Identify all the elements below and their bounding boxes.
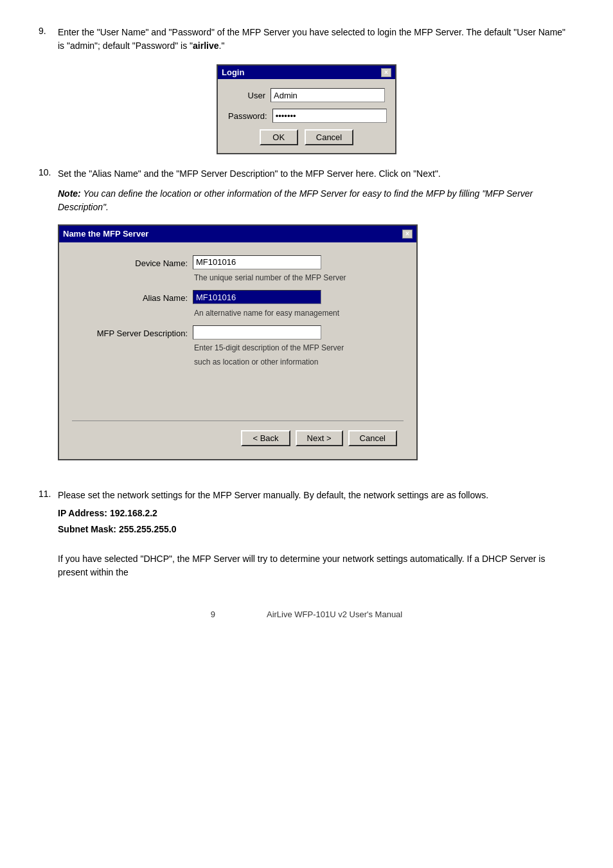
mfp-titlebar: Name the MFP Server × [59, 226, 416, 242]
step-11: 11. Please set the network settings for … [39, 489, 574, 584]
alias-name-label: Alias Name: [72, 290, 188, 305]
back-button[interactable]: < Back [241, 430, 290, 446]
login-buttons: OK Cancel [228, 129, 385, 145]
login-user-row: User [228, 88, 385, 102]
description-hint1: Enter 15-digit description of the MFP Se… [194, 342, 404, 354]
subnet-mask-line: Subnet Mask: 255.255.255.0 [58, 523, 574, 536]
device-name-label: Device Name: [72, 255, 188, 270]
device-name-input[interactable] [193, 255, 321, 269]
step-11-number: 11. [39, 489, 58, 584]
note-block: Note: You can define the location or oth… [58, 187, 574, 214]
login-dialog-body: User Password: OK Cancel [218, 79, 395, 153]
step-10-text: Set the "Alias Name" and the "MFP Server… [58, 168, 441, 179]
step-10-content: Set the "Alias Name" and the "MFP Server… [58, 167, 574, 473]
device-name-hint: The unique serial number of the MFP Serv… [194, 272, 404, 284]
mfp-dialog-body: Device Name: The unique serial number of… [59, 242, 416, 460]
page-number: 9 [211, 610, 215, 619]
mfp-close-button[interactable]: × [402, 230, 413, 239]
login-dialog: Login × User Password: OK Cancel [217, 64, 396, 154]
login-cancel-button[interactable]: Cancel [305, 129, 353, 145]
note-label: Note: [58, 188, 81, 199]
step-10: 10. Set the "Alias Name" and the "MFP Se… [39, 167, 574, 473]
mfp-cancel-button[interactable]: Cancel [348, 430, 397, 446]
next-button[interactable]: Next > [296, 430, 343, 446]
login-password-input[interactable] [272, 109, 387, 123]
login-close-button[interactable]: × [381, 68, 391, 77]
login-titlebar: Login × [218, 66, 395, 79]
step-9-content: Enter the "User Name" and "Password" of … [58, 26, 574, 53]
description-hint2: such as location or other information [194, 356, 404, 368]
mfp-dialog-wrapper: Name the MFP Server × Device Name: The u… [58, 224, 574, 460]
step-11-text: Please set the network settings for the … [58, 489, 574, 503]
description-label: MFP Server Description: [72, 325, 188, 340]
alias-name-input[interactable] [193, 290, 321, 304]
alias-name-hint: An alternative name for easy management [194, 307, 404, 319]
step-9-bold: airlive [193, 41, 218, 51]
ip-address-line: IP Address: 192.168.2.2 [58, 507, 574, 520]
section11-para1: If you have selected "DHCP", the MFP Ser… [58, 552, 574, 580]
note-text: You can define the location or other inf… [58, 188, 533, 212]
mfp-dialog: Name the MFP Server × Device Name: The u… [58, 224, 418, 460]
description-input[interactable] [193, 325, 321, 339]
alias-name-row: Alias Name: [72, 290, 404, 305]
step-10-number: 10. [39, 167, 58, 473]
login-password-label: Password: [228, 111, 267, 121]
login-user-input[interactable] [271, 88, 385, 102]
step-9-number: 9. [39, 26, 58, 53]
description-row: MFP Server Description: [72, 325, 404, 340]
step-9: 9. Enter the "User Name" and "Password" … [39, 26, 574, 53]
mfp-divider [72, 420, 404, 421]
mfp-title: Name the MFP Server [63, 228, 148, 240]
login-dialog-wrapper: Login × User Password: OK Cancel [39, 64, 574, 154]
device-name-row: Device Name: [72, 255, 404, 270]
login-password-row: Password: [228, 109, 385, 123]
login-user-label: User [228, 91, 265, 100]
page-footer: 9 AirLive WFP-101U v2 User's Manual [39, 610, 574, 619]
step-11-content: Please set the network settings for the … [58, 489, 574, 584]
login-ok-button[interactable]: OK [260, 129, 298, 145]
dialog-spacer [72, 374, 404, 413]
mfp-footer: < Back Next > Cancel [72, 426, 404, 453]
step-9-text1: Enter the "User Name" and "Password" of … [58, 27, 565, 51]
manual-title: AirLive WFP-101U v2 User's Manual [267, 610, 402, 619]
login-title: Login [222, 68, 244, 77]
